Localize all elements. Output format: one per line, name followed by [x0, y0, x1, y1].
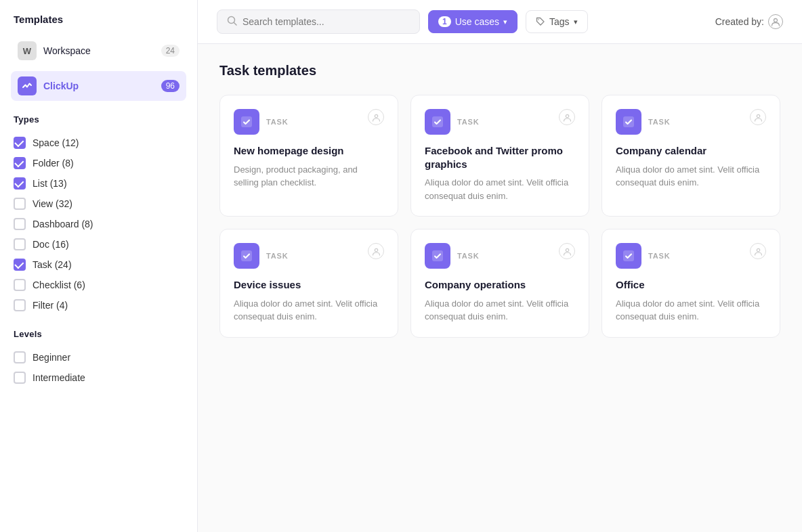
card-top-card2: TASK — [425, 109, 575, 135]
card-person-icon-card3 — [750, 109, 766, 125]
card-tag-card3: TASK — [648, 118, 671, 126]
use-cases-label: Use cases — [455, 16, 499, 27]
levels-filter-list: BeginnerIntermediate — [11, 347, 186, 388]
use-cases-filter-button[interactable]: 1 Use cases ▾ — [428, 10, 518, 33]
clickup-icon — [18, 76, 37, 95]
type-filter-doc[interactable]: Doc (16) — [11, 234, 186, 254]
type-filter-filter[interactable]: Filter (4) — [11, 295, 186, 315]
svg-line-1 — [234, 23, 237, 26]
card-header-card3: TASK — [616, 109, 671, 135]
level-label-intermediate: Intermediate — [33, 372, 85, 383]
card-tag-card4: TASK — [266, 252, 289, 260]
svg-point-5 — [375, 114, 377, 117]
type-filter-task[interactable]: Task (24) — [11, 254, 186, 275]
type-filter-view[interactable]: View (32) — [11, 194, 186, 214]
checkbox-checklist[interactable] — [14, 279, 26, 291]
topbar: 1 Use cases ▾ Tags ▾ Created by: — [198, 0, 802, 44]
card-person-icon-card6 — [750, 243, 766, 259]
level-label-beginner: Beginner — [33, 352, 70, 363]
svg-point-7 — [566, 114, 568, 117]
task-icon-card1 — [234, 109, 259, 135]
checkbox-list[interactable] — [14, 177, 26, 190]
type-label-view: View (32) — [33, 198, 72, 209]
type-filter-dashboard[interactable]: Dashboard (8) — [11, 214, 186, 234]
svg-rect-10 — [241, 250, 252, 261]
types-section-title: Types — [11, 106, 186, 127]
card-person-icon-card4 — [368, 243, 384, 259]
type-label-task: Task (24) — [33, 259, 72, 270]
svg-point-9 — [757, 114, 759, 117]
svg-rect-8 — [623, 116, 634, 127]
card-title-card1: New homepage design — [234, 144, 384, 158]
template-card-card4[interactable]: TASK Device issues Aliqua dolor do amet … — [219, 229, 398, 338]
type-label-space: Space (12) — [33, 137, 79, 148]
tags-chevron-down-icon: ▾ — [574, 18, 578, 26]
clickup-label: ClickUp — [43, 81, 154, 91]
template-card-card2[interactable]: TASK Facebook and Twitter promo graphics… — [410, 95, 589, 217]
card-desc-card4: Aliqua dolor do amet sint. Velit officia… — [234, 297, 384, 324]
task-icon-card2 — [425, 109, 450, 135]
card-title-card2: Facebook and Twitter promo graphics — [425, 144, 575, 171]
created-by-person-icon — [768, 14, 783, 29]
card-tag-card5: TASK — [457, 252, 480, 260]
levels-section-title: Levels — [11, 321, 186, 342]
search-input[interactable] — [242, 16, 410, 27]
workspace-icon: W — [18, 41, 37, 60]
sidebar-item-workspace[interactable]: W Workspace 24 — [11, 36, 186, 66]
checkbox-doc[interactable] — [14, 238, 26, 250]
sidebar-title: Templates — [11, 14, 186, 30]
tags-filter-button[interactable]: Tags ▾ — [526, 10, 588, 33]
type-filter-list[interactable]: List (13) — [11, 173, 186, 194]
type-filter-folder[interactable]: Folder (8) — [11, 153, 186, 173]
checkbox-intermediate[interactable] — [14, 372, 26, 384]
card-title-card3: Company calendar — [616, 144, 766, 158]
task-icon-card3 — [616, 109, 641, 135]
template-card-card5[interactable]: TASK Company operations Aliqua dolor do … — [410, 229, 589, 338]
template-card-card6[interactable]: TASK Office Aliqua dolor do amet sint. V… — [602, 229, 780, 338]
card-title-card6: Office — [616, 278, 766, 292]
template-card-card3[interactable]: TASK Company calendar Aliqua dolor do am… — [602, 95, 780, 217]
card-tag-card6: TASK — [648, 252, 671, 260]
card-header-card5: TASK — [425, 243, 480, 269]
checkbox-folder[interactable] — [14, 157, 26, 169]
card-person-icon-card1 — [368, 109, 384, 125]
type-label-list: List (13) — [33, 178, 67, 189]
card-desc-card1: Design, product packaging, and selling p… — [234, 163, 384, 190]
created-by-label: Created by: — [715, 16, 764, 27]
level-filter-beginner[interactable]: Beginner — [11, 347, 186, 368]
content-area: Task templates TASK New homepage — [198, 44, 802, 532]
svg-point-11 — [375, 248, 377, 251]
checkbox-view[interactable] — [14, 198, 26, 210]
card-top-card6: TASK — [616, 243, 766, 269]
checkbox-task[interactable] — [14, 259, 26, 271]
checkbox-filter[interactable] — [14, 299, 26, 311]
types-filter-list: Space (12)Folder (8)List (13)View (32)Da… — [11, 133, 186, 315]
svg-rect-4 — [241, 116, 252, 127]
type-label-dashboard: Dashboard (8) — [33, 219, 93, 229]
search-box[interactable] — [217, 9, 420, 34]
type-filter-checklist[interactable]: Checklist (6) — [11, 275, 186, 295]
checkbox-space[interactable] — [14, 137, 26, 149]
created-by-filter[interactable]: Created by: — [715, 14, 783, 29]
svg-point-13 — [566, 248, 568, 251]
template-card-card1[interactable]: TASK New homepage design Design, product… — [219, 95, 398, 217]
card-desc-card3: Aliqua dolor do amet sint. Velit officia… — [616, 163, 766, 190]
svg-rect-12 — [432, 250, 443, 261]
use-cases-badge: 1 — [438, 16, 451, 27]
type-label-filter: Filter (4) — [33, 300, 68, 311]
use-cases-chevron-down-icon: ▾ — [503, 18, 507, 26]
level-filter-intermediate[interactable]: Intermediate — [11, 368, 186, 388]
svg-rect-6 — [432, 116, 443, 127]
checkbox-dashboard[interactable] — [14, 218, 26, 230]
type-filter-space[interactable]: Space (12) — [11, 133, 186, 153]
svg-point-15 — [757, 248, 759, 251]
type-label-doc: Doc (16) — [33, 239, 69, 250]
card-person-icon-card2 — [559, 109, 575, 125]
main-panel: 1 Use cases ▾ Tags ▾ Created by: Task te… — [198, 0, 802, 532]
svg-rect-14 — [623, 250, 634, 261]
card-tag-card2: TASK — [457, 118, 480, 126]
sidebar-item-clickup[interactable]: ClickUp 96 — [11, 71, 186, 101]
task-icon-card4 — [234, 243, 259, 269]
checkbox-beginner[interactable] — [14, 351, 26, 363]
clickup-count: 96 — [161, 80, 180, 92]
